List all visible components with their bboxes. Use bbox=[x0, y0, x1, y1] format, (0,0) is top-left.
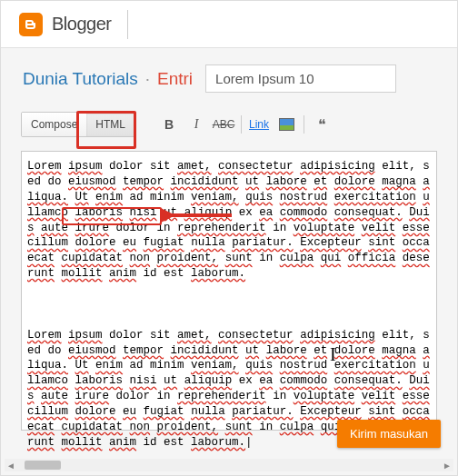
breadcrumb: Dunia Tutorials · Entri bbox=[1, 48, 457, 105]
toolbar-divider bbox=[241, 115, 242, 134]
strike-button[interactable]: ABC bbox=[210, 112, 237, 137]
italic-button[interactable]: I bbox=[183, 112, 210, 137]
app-header: Blogger bbox=[1, 1, 457, 48]
post-title-input[interactable] bbox=[205, 64, 396, 93]
link-button[interactable]: Link bbox=[245, 112, 273, 137]
editor-mode-group: Compose HTML bbox=[21, 112, 135, 137]
html-editor[interactable]: Lorem ipsum dolor sit amet, consectetur … bbox=[21, 151, 437, 431]
image-button[interactable] bbox=[273, 112, 300, 137]
scroll-track[interactable] bbox=[17, 459, 441, 471]
format-group: B I ABC Link ❝ bbox=[155, 112, 335, 137]
scroll-thumb[interactable] bbox=[25, 461, 61, 470]
image-icon bbox=[279, 118, 294, 131]
horizontal-scrollbar[interactable]: ◄ ► bbox=[5, 459, 453, 471]
html-mode-button[interactable]: HTML bbox=[86, 113, 134, 136]
bold-button[interactable]: B bbox=[155, 112, 183, 137]
breadcrumb-sep: · bbox=[145, 69, 150, 89]
scroll-left-arrow-icon[interactable]: ◄ bbox=[5, 459, 17, 471]
compose-mode-button[interactable]: Compose bbox=[22, 113, 86, 136]
breadcrumb-blog[interactable]: Dunia Tutorials bbox=[23, 69, 138, 89]
editor-text[interactable]: Lorem ipsum dolor sit amet, consectetur … bbox=[27, 159, 431, 451]
quote-button[interactable]: ❝ bbox=[308, 112, 335, 137]
breadcrumb-section: Entri bbox=[157, 69, 193, 89]
editor-toolbar: Compose HTML B I ABC Link ❝ bbox=[1, 105, 457, 144]
toolbar-divider bbox=[304, 115, 304, 134]
feedback-button[interactable]: Kirim masukan bbox=[337, 420, 441, 448]
scroll-right-arrow-icon[interactable]: ► bbox=[441, 459, 453, 471]
header-divider bbox=[127, 10, 128, 39]
brand-name: Blogger bbox=[52, 14, 111, 35]
blogger-logo-icon bbox=[19, 13, 43, 36]
